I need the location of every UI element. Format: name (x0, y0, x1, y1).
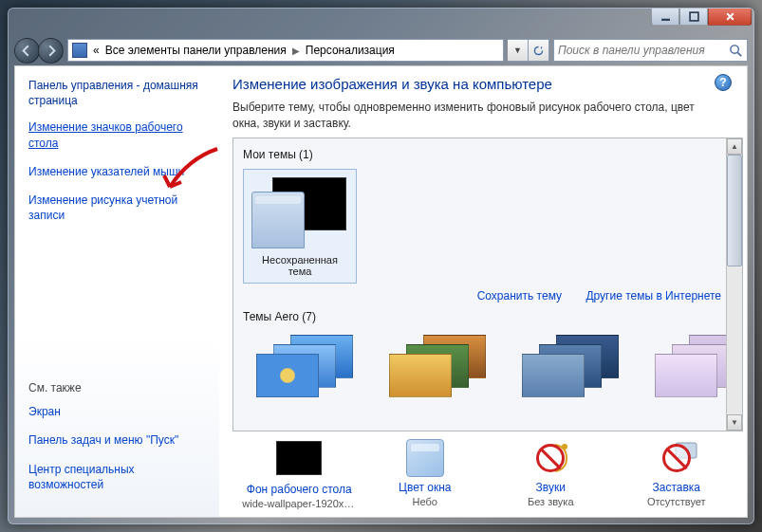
screensaver-item[interactable]: Заставка Отсутствует (620, 439, 734, 509)
scrollbar-vertical[interactable]: ▲ ▼ (726, 138, 742, 431)
see-also-display[interactable]: Экран (28, 404, 206, 419)
my-themes-label: Мои темы (1) (243, 148, 733, 161)
address-buttons: ▼ (508, 39, 549, 62)
window-color-link[interactable]: Цвет окна (368, 481, 482, 494)
nav-arrows (14, 38, 64, 64)
wallpaper-icon (276, 441, 322, 475)
sounds-value: Без звука (493, 496, 607, 507)
more-themes-link[interactable]: Другие темы в Интернете (585, 289, 721, 303)
speaker-icon (529, 439, 572, 477)
search-box[interactable] (553, 39, 748, 62)
wallpaper-value: wide-wallpaper-1920x10… (242, 498, 356, 509)
see-also-taskbar[interactable]: Панель задач и меню "Пуск" (28, 432, 206, 448)
navigation-bar: « Все элементы панели управления ▶ Персо… (9, 35, 753, 65)
prohibit-icon (662, 444, 691, 472)
content-area: Панель управления - домашняя страница Из… (14, 65, 748, 518)
see-also-ease[interactable]: Центр специальных возможностей (28, 462, 206, 492)
sidebar: Панель управления - домашняя страница Из… (15, 66, 219, 517)
address-bar[interactable]: « Все элементы панели управления ▶ Персо… (67, 39, 504, 62)
aero-themes-label: Темы Aero (7) (243, 310, 733, 323)
breadcrumb-current[interactable]: Персонализация (306, 44, 395, 57)
screensaver-link[interactable]: Заставка (620, 481, 734, 494)
aero-theme-1[interactable] (249, 335, 353, 401)
back-button[interactable] (14, 38, 40, 64)
scroll-down-button[interactable]: ▼ (727, 414, 742, 431)
see-also-header: См. также (28, 381, 206, 394)
sidebar-link-desktop-icons[interactable]: Изменение значков рабочего стола (28, 119, 206, 150)
page-heading: Изменение изображения и звука на компьют… (232, 76, 743, 92)
panel-links: Сохранить тему Другие темы в Интернете (243, 284, 733, 306)
main-panel: ? Изменение изображения и звука на компь… (219, 66, 747, 517)
bottom-settings-row: Фон рабочего стола wide-wallpaper-1920x1… (232, 431, 743, 511)
theme-thumb-icon (251, 177, 346, 248)
address-dropdown-button[interactable]: ▼ (508, 39, 529, 62)
search-icon[interactable] (729, 44, 743, 58)
window-controls (651, 8, 752, 26)
wallpaper-link[interactable]: Фон рабочего стола (242, 483, 356, 496)
titlebar[interactable] (9, 9, 753, 35)
window-color-item[interactable]: Цвет окна Небо (368, 439, 482, 509)
save-theme-link[interactable]: Сохранить тему (477, 289, 562, 303)
breadcrumb-root-marker: « (93, 44, 100, 57)
aero-theme-2[interactable] (381, 335, 486, 401)
refresh-button[interactable] (529, 39, 549, 62)
control-panel-home-link[interactable]: Панель управления - домашняя страница (28, 78, 206, 108)
minimize-button[interactable] (651, 8, 679, 26)
page-subtitle: Выберите тему, чтобы одновременно измени… (232, 100, 743, 132)
theme-unsaved[interactable]: Несохраненная тема (243, 169, 357, 284)
prohibit-icon (536, 444, 565, 472)
screensaver-icon (655, 439, 698, 477)
aero-theme-4[interactable] (647, 335, 733, 401)
themes-panel: Мои темы (1) Несохраненная тема Сохранит… (232, 138, 743, 431)
theme-name: Несохраненная тема (251, 254, 348, 277)
search-input[interactable] (558, 44, 729, 57)
screensaver-value: Отсутствует (620, 496, 734, 507)
maximize-button[interactable] (679, 8, 708, 26)
control-panel-window: « Все элементы панели управления ▶ Персо… (8, 8, 754, 524)
svg-rect-1 (690, 12, 698, 21)
scroll-thumb[interactable] (727, 155, 742, 266)
svg-point-2 (731, 45, 738, 52)
desktop-background-item[interactable]: Фон рабочего стола wide-wallpaper-1920x1… (242, 439, 356, 509)
window-color-value: Небо (368, 496, 482, 507)
breadcrumb-parent[interactable]: Все элементы панели управления (105, 44, 287, 57)
svg-rect-0 (661, 18, 670, 20)
sidebar-link-mouse-pointers[interactable]: Изменение указателей мыши (28, 164, 206, 179)
sounds-link[interactable]: Звуки (493, 481, 607, 494)
help-icon[interactable]: ? (715, 74, 732, 91)
aero-theme-3[interactable] (514, 335, 619, 401)
sounds-item[interactable]: Звуки Без звука (493, 439, 607, 509)
aero-themes-row (243, 331, 733, 405)
svg-point-3 (562, 444, 567, 449)
scroll-up-button[interactable]: ▲ (727, 138, 742, 155)
forward-button[interactable] (38, 38, 64, 64)
chevron-right-icon[interactable]: ▶ (292, 46, 300, 56)
close-button[interactable] (708, 8, 752, 26)
window-color-icon (406, 439, 444, 477)
personalization-icon (72, 43, 87, 58)
sidebar-link-account-picture[interactable]: Изменение рисунка учетной записи (28, 193, 206, 223)
